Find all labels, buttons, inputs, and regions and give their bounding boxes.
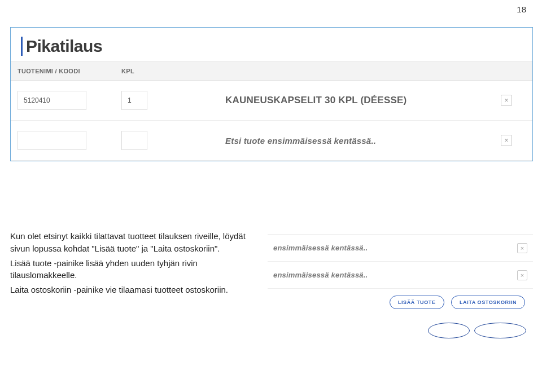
product-code-input[interactable]: 5120410	[18, 91, 86, 110]
instruction-p1: Kun olet etsinyt kaikki tilattavat tuott…	[10, 230, 259, 255]
instructions-text: Kun olet etsinyt kaikki tilattavat tuott…	[10, 230, 259, 298]
delete-row-button[interactable]: ×	[517, 243, 527, 253]
add-to-cart-button[interactable]: LAITA OSTOSKORIIN	[451, 296, 525, 309]
delete-row-button[interactable]: ×	[501, 95, 512, 106]
table-row: ensimmäisessä kentässä.. ×	[268, 262, 533, 289]
product-description: KAUNEUSKAPSELIT 30 KPL (DÉESSE)	[218, 81, 494, 121]
product-description-placeholder: ensimmäisessä kentässä..	[268, 262, 502, 289]
col-header-qty: KPL	[115, 62, 218, 81]
col-header-delete	[494, 62, 532, 81]
delete-row-button[interactable]: ×	[501, 135, 512, 146]
order-table: TUOTENIMI / KOODI KPL 5120410 1 KAUNEUSK…	[11, 61, 532, 161]
page-number: 18	[517, 5, 526, 14]
product-code-input[interactable]	[18, 131, 86, 150]
add-product-button[interactable]: LISÄÄ TUOTE	[390, 296, 444, 309]
table-row: Etsi tuote ensimmäisessä kentässä.. ×	[11, 121, 532, 161]
product-description-placeholder: ensimmäisessä kentässä..	[268, 235, 502, 262]
annotation-circle	[428, 323, 470, 338]
panel-title: Pikatilaus	[21, 37, 522, 56]
quick-order-panel-cropped: ensimmäisessä kentässä.. × ensimmäisessä…	[268, 234, 533, 317]
quantity-input[interactable]: 1	[121, 91, 147, 110]
product-description-placeholder: Etsi tuote ensimmäisessä kentässä..	[218, 121, 494, 161]
delete-row-button[interactable]: ×	[517, 270, 527, 280]
quantity-input[interactable]	[121, 131, 147, 150]
col-header-desc	[218, 62, 494, 81]
quick-order-panel: Pikatilaus TUOTENIMI / KOODI KPL 5120410…	[10, 27, 533, 161]
table-row: 5120410 1 KAUNEUSKAPSELIT 30 KPL (DÉESSE…	[11, 81, 532, 121]
annotation-circle	[474, 323, 526, 338]
table-row: ensimmäisessä kentässä.. ×	[268, 235, 533, 262]
instruction-p3: Laita ostoskoriin -painike vie tilaamasi…	[10, 284, 259, 296]
col-header-name: TUOTENIMI / KOODI	[11, 62, 115, 81]
instruction-p2: Lisää tuote -painike lisää yhden uuden t…	[10, 257, 259, 282]
